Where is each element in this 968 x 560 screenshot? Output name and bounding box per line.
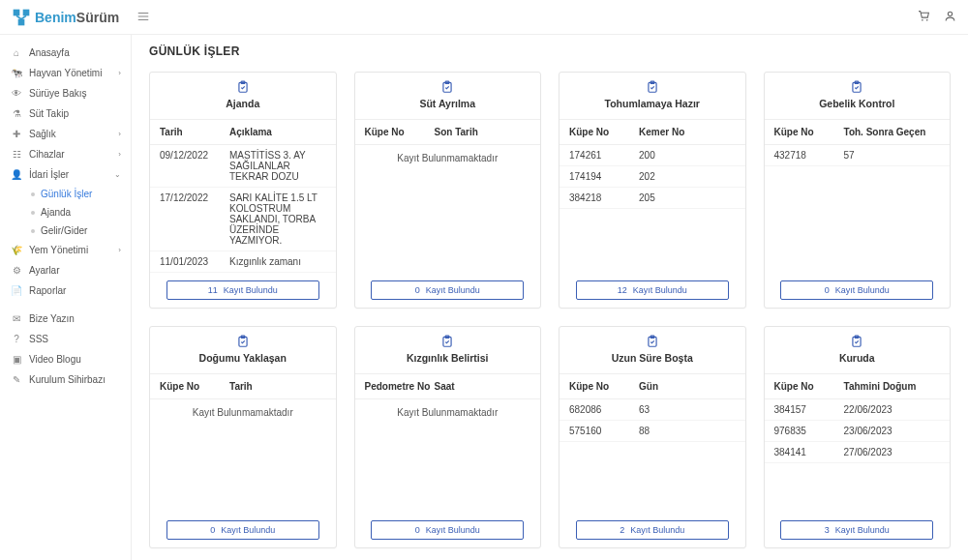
clipboard-icon [236, 335, 250, 348]
sidebar-icon-suruye: 👁 [10, 88, 23, 99]
card-title: Süt Ayrılma [361, 98, 535, 109]
svg-rect-0 [14, 9, 20, 15]
sidebar-item-ayarlar[interactable]: ⚙Ayarlar [0, 260, 131, 280]
sidebar-item-sss[interactable]: ?SSS [0, 329, 131, 349]
table-row[interactable]: 38414127/06/2023 [765, 442, 951, 463]
record-count-button[interactable]: 11Kayıt Bulundu [166, 280, 319, 300]
count-label: Kayıt Bulundu [426, 525, 480, 535]
cart-icon [918, 10, 930, 22]
table-row[interactable]: 38415722/06/2023 [765, 399, 951, 421]
column-header: Küpe No [569, 381, 639, 392]
table-row[interactable]: 68208663 [560, 399, 745, 421]
cell: SARI KALİTE 1.5 LT KOLOSTRUM SAKLANDI, T… [229, 192, 325, 246]
user-menu-button[interactable] [944, 10, 956, 24]
sidebar-item-hayvan[interactable]: 🐄Hayvan Yönetimi› [0, 63, 131, 83]
sidebar-sublabel: Günlük İşler [41, 189, 92, 199]
sidebar-label: İdari İşler [29, 169, 69, 180]
cell: 11/01/2023 [160, 256, 229, 267]
card-title: Gebelik Kontrol [771, 98, 945, 109]
svg-point-5 [948, 12, 952, 15]
record-count-button[interactable]: 0Kayıt Bulundu [371, 280, 524, 300]
count-value: 0 [415, 285, 420, 295]
cell: 200 [639, 150, 735, 161]
sidebar-icon-kurulum: ✎ [10, 374, 23, 385]
record-count-button[interactable]: 0Kayıt Bulundu [166, 520, 319, 540]
cell: Kızgınlık zamanı [229, 256, 325, 267]
record-count-button[interactable]: 12Kayıt Bulundu [576, 280, 729, 300]
table-row[interactable]: 43271857 [765, 145, 951, 166]
cell: 202 [639, 171, 735, 182]
sidebar-sublabel: Gelir/Gider [41, 225, 87, 236]
table-row[interactable]: 97683523/06/2023 [765, 421, 951, 442]
bullet-icon [31, 192, 35, 196]
sidebar-subitem-gelir[interactable]: Gelir/Gider [25, 221, 131, 240]
record-count-button[interactable]: 0Kayıt Bulundu [371, 520, 524, 540]
table-header: Küpe NoToh. Sonra Geçen [765, 120, 951, 145]
sidebar-item-yem[interactable]: 🌾Yem Yönetimi› [0, 240, 131, 260]
sidebar-item-kurulum[interactable]: ✎Kurulum Sihirbazı [0, 369, 131, 390]
sidebar-label: Sağlık [29, 129, 56, 139]
bullet-icon [31, 211, 35, 215]
sidebar-label: Sürüye Bakış [29, 88, 86, 99]
sidebar-label: Video Blogu [29, 354, 81, 365]
sidebar-item-home[interactable]: ⌂Anasayfa [0, 43, 131, 63]
table-row[interactable]: 384218205 [560, 188, 745, 209]
cell: 384157 [774, 404, 844, 415]
sidebar-label: Süt Takip [29, 108, 69, 119]
sidebar-icon-idari: 👤 [10, 169, 23, 180]
cell: 174194 [569, 171, 639, 182]
column-header: Tahmini Doğum [844, 381, 940, 392]
sidebar-label: Yem Yönetimi [29, 245, 88, 255]
sidebar-icon-raporlar: 📄 [10, 285, 23, 296]
card-ajanda: Ajanda TarihAçıklama 09/12/2022MASTİTİSS… [149, 72, 337, 309]
sidebar-subitem-ajanda[interactable]: Ajanda [25, 203, 131, 221]
sidebar-item-video[interactable]: ▣Video Blogu [0, 349, 131, 369]
sidebar-subitem-gunluk[interactable]: Günlük İşler [25, 185, 131, 203]
chevron-right-icon: › [118, 69, 121, 77]
sidebar-item-raporlar[interactable]: 📄Raporlar [0, 280, 131, 301]
column-header: Açıklama [229, 127, 325, 137]
card-gebelik: Gebelik Kontrol Küpe NoToh. Sonra Geçen … [764, 72, 952, 309]
app-logo[interactable]: BenimSürüm [12, 8, 119, 27]
empty-message: Kayıt Bulunmamaktadır [150, 399, 336, 426]
card-dogum: Doğumu Yaklaşan Küpe NoTarih Kayıt Bulun… [149, 326, 337, 548]
count-label: Kayıt Bulundu [835, 285, 890, 295]
count-value: 12 [618, 285, 627, 295]
clipboard-icon [440, 80, 454, 94]
table-row[interactable]: 11/01/2023Kızgınlık zamanı [150, 251, 336, 273]
menu-toggle-button[interactable] [136, 10, 150, 25]
table-header: Küpe NoSon Tarih [355, 120, 541, 145]
count-value: 0 [825, 285, 830, 295]
table-row[interactable]: 17/12/2022SARI KALİTE 1.5 LT KOLOSTRUM S… [150, 188, 336, 251]
table-header: TarihAçıklama [150, 120, 336, 145]
cell: 575160 [569, 426, 639, 436]
sidebar-icon-yem: 🌾 [10, 245, 23, 255]
card-title: Uzun Süre Boşta [565, 352, 740, 364]
sidebar-item-suttakip[interactable]: ⚗Süt Takip [0, 103, 131, 124]
table-row[interactable]: 174261200 [560, 145, 745, 166]
sidebar-icon-cihazlar: ☷ [10, 149, 23, 160]
sidebar-label: Cihazlar [29, 149, 65, 160]
table-row[interactable]: 57516088 [560, 421, 745, 442]
cell: 17/12/2022 [160, 192, 229, 246]
sidebar-item-idari[interactable]: 👤İdari İşler⌄ [0, 164, 131, 185]
cart-button[interactable] [918, 10, 930, 24]
table-row[interactable]: 174194202 [560, 166, 745, 188]
sidebar-item-suruye[interactable]: 👁Sürüye Bakış [0, 83, 131, 103]
cell: 88 [639, 426, 735, 436]
sidebar-item-bize[interactable]: ✉Bize Yazın [0, 309, 131, 329]
column-header: Tarih [229, 381, 325, 392]
chevron-right-icon: › [118, 130, 121, 138]
cell: 976835 [774, 426, 844, 436]
cell: 384141 [774, 447, 844, 457]
table-row[interactable]: 09/12/2022MASTİTİSS 3. AY SAĞILANLAR TEK… [150, 145, 336, 188]
column-header: Küpe No [774, 381, 844, 392]
sidebar-item-cihazlar[interactable]: ☷Cihazlar› [0, 144, 131, 164]
record-count-button[interactable]: 2Kayıt Bulundu [576, 520, 729, 540]
sidebar-item-saglik[interactable]: ✚Sağlık› [0, 124, 131, 144]
table-header: Pedometre NoSaat [355, 374, 541, 399]
record-count-button[interactable]: 0Kayıt Bulundu [780, 280, 933, 300]
svg-rect-1 [23, 9, 30, 15]
record-count-button[interactable]: 3Kayıt Bulundu [780, 520, 933, 540]
card-bosta: Uzun Süre Boşta Küpe NoGün 6820866357516… [559, 326, 746, 548]
